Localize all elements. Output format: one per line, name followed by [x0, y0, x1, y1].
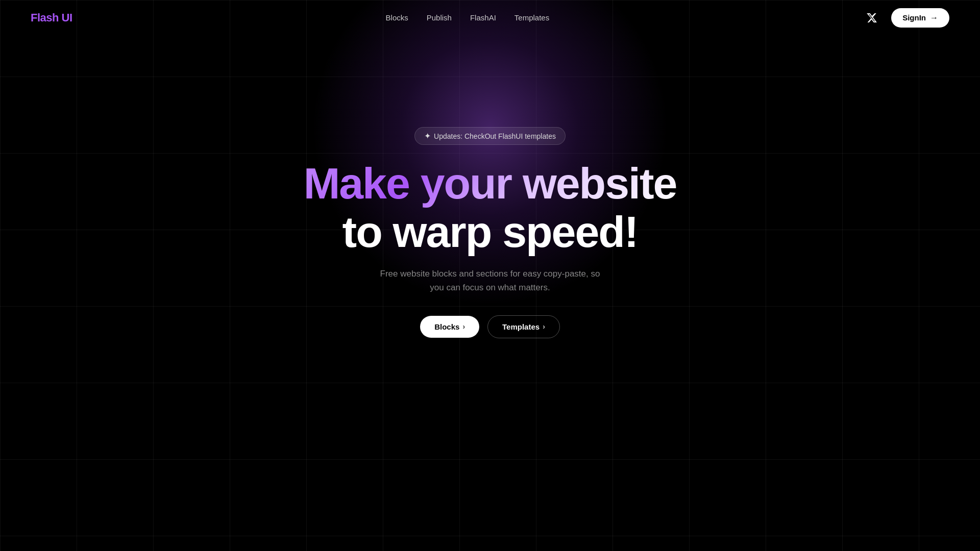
badge-text: Updates: CheckOut FlashUI templates	[434, 132, 556, 140]
signin-button[interactable]: SignIn →	[891, 8, 949, 28]
brand-logo[interactable]: Flash UI	[31, 11, 72, 24]
templates-button-label: Templates	[502, 322, 540, 331]
nav-right: SignIn →	[863, 8, 949, 28]
sparkle-icon: ✦	[424, 131, 431, 141]
nav-link-publish[interactable]: Publish	[427, 13, 452, 22]
nav-link-blocks[interactable]: Blocks	[386, 13, 408, 22]
hero-title-line2: to warp speed!	[304, 208, 677, 256]
templates-button[interactable]: Templates ›	[487, 315, 560, 338]
nav-link-templates[interactable]: Templates	[514, 13, 549, 22]
x-twitter-icon[interactable]	[863, 9, 881, 27]
nav-link-flashai[interactable]: FlashAI	[470, 13, 496, 22]
hero-title: Make your website to warp speed!	[304, 159, 677, 256]
hero-title-line1: Make your website	[304, 159, 677, 208]
signin-label: SignIn	[902, 13, 926, 22]
hero-buttons: Blocks › Templates ›	[420, 315, 560, 338]
blocks-button-label: Blocks	[434, 322, 459, 331]
blocks-button[interactable]: Blocks ›	[420, 316, 479, 338]
update-badge[interactable]: ✦ Updates: CheckOut FlashUI templates	[414, 127, 566, 145]
hero-subtitle: Free website blocks and sections for eas…	[378, 267, 602, 294]
blocks-chevron-icon: ›	[462, 322, 465, 331]
signin-arrow-icon: →	[930, 13, 938, 22]
nav-links: Blocks Publish FlashAI Templates	[386, 13, 550, 22]
hero-section: ✦ Updates: CheckOut FlashUI templates Ma…	[0, 35, 980, 338]
templates-chevron-icon: ›	[543, 322, 545, 331]
navbar: Flash UI Blocks Publish FlashAI Template…	[0, 0, 980, 35]
